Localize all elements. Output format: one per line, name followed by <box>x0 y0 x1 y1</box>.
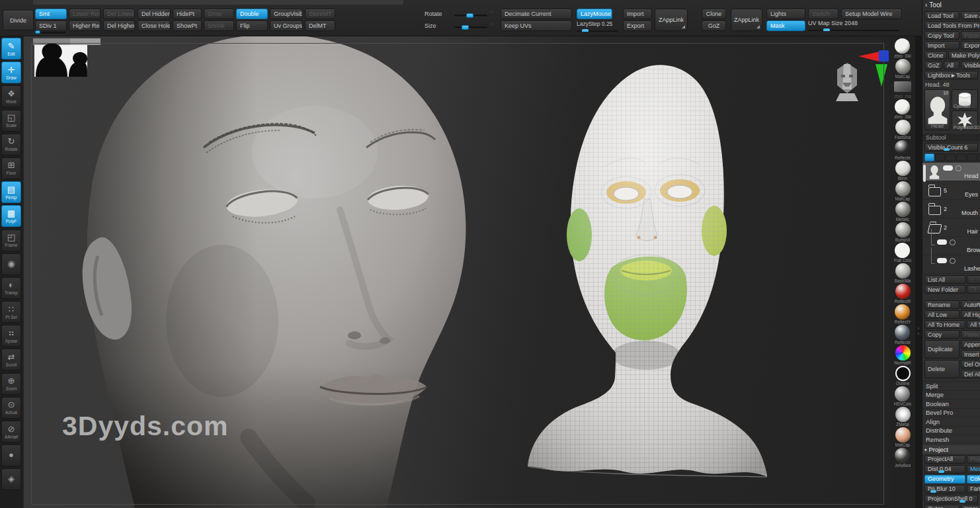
axis-gizmo[interactable] <box>858 50 889 87</box>
decimate-current-button[interactable]: Decimate Current <box>501 9 572 19</box>
camera-button[interactable]: ◉ <box>1 253 21 275</box>
clone-tool-button[interactable]: Clone <box>924 51 947 60</box>
del-hidden-button[interactable]: Del Hidden <box>138 9 171 19</box>
paste-tool-button[interactable]: Paste Tool <box>961 31 980 40</box>
section-merge[interactable]: Merge <box>922 390 980 400</box>
x-axis-arrow[interactable] <box>858 52 879 62</box>
save-as-button[interactable]: Save As <box>961 11 980 20</box>
export-tool-button[interactable]: Export <box>961 41 980 50</box>
all-low-button[interactable]: All Low <box>924 310 960 319</box>
material-swatch[interactable]: Metalic <box>895 202 911 222</box>
move-button[interactable]: ❖ Move <box>1 85 21 107</box>
lightbox-tools-button[interactable]: Lightbox►Tools <box>924 71 978 79</box>
material-swatch[interactable]: Reflecte <box>895 140 911 160</box>
duplicate-button[interactable]: Duplicate <box>924 340 960 359</box>
keep-uvs-button[interactable]: Keep UVs <box>501 21 572 31</box>
tool-thumb-polymesh[interactable]: PolyMesh3D <box>952 110 978 130</box>
new-folder-icon-button[interactable]: ❐ <box>967 285 980 294</box>
autorename-button[interactable]: AutoRename <box>961 300 980 309</box>
lazystep-slider[interactable]: LazyStep 0.25 <box>577 21 620 32</box>
material-swatch[interactable]: Reflecte <box>895 325 911 345</box>
sdiv-knob[interactable] <box>35 30 40 34</box>
polyframe-button[interactable]: ▦ PolyF <box>1 205 21 227</box>
copy-subtool-button[interactable]: Copy <box>924 330 960 339</box>
farthest-button[interactable]: Farthest <box>967 485 980 493</box>
camview-gizmo[interactable] <box>836 63 858 101</box>
move-up-button[interactable]: ↑ <box>967 275 980 284</box>
tool-thumb-cylinder[interactable]: Cylinder <box>952 89 978 109</box>
divide-button[interactable]: Divide <box>3 10 34 30</box>
subtool-version-tab[interactable] <box>946 153 956 161</box>
material-swatch[interactable]: ZMetal <box>895 407 911 427</box>
hidept-button[interactable]: HidePt <box>173 9 202 19</box>
section-boolean[interactable]: Boolean <box>922 399 980 408</box>
size-knob[interactable] <box>462 25 469 30</box>
delete-button[interactable]: Delete <box>924 360 960 378</box>
zapplink-button-2[interactable]: ZAppLink <box>731 9 762 31</box>
section-align[interactable]: Align <box>922 417 980 426</box>
lower-res-button[interactable]: Lower Res <box>69 9 101 19</box>
lazymouse-button[interactable]: LazyMouse <box>577 9 612 19</box>
transparency-button[interactable]: ◐ Transp <box>1 277 21 299</box>
all-high-button[interactable]: All High <box>961 310 980 319</box>
geometry-button[interactable]: Geometry <box>924 475 965 484</box>
size-track[interactable] <box>454 26 487 28</box>
eye-toggle-icon[interactable] <box>950 258 956 264</box>
mean-button[interactable]: Mean <box>967 465 980 474</box>
shrink-button[interactable]: Shrink <box>204 21 234 31</box>
uv-map-size-slider[interactable]: UV Map Size 2048 <box>808 20 902 31</box>
inner-button[interactable]: Inner <box>961 505 980 508</box>
viewport-canvas[interactable]: 3Dyyds.com <box>24 36 889 508</box>
subtool-item-eyes[interactable]: 5 Eyes <box>922 181 980 200</box>
material-swatch[interactable]: Blinn <box>895 161 911 181</box>
subtool-version-tab[interactable] <box>924 153 934 161</box>
higher-res-button[interactable]: Higher Res <box>69 21 101 31</box>
subtool-version-tab[interactable] <box>967 153 977 161</box>
projection-shell-slider[interactable]: ProjectionShell 0 <box>924 495 978 503</box>
material-swatch[interactable]: BasicMa <box>895 263 911 283</box>
goz-button[interactable]: GoZ <box>702 21 726 31</box>
edit-button[interactable]: ✎ Edit <box>1 38 21 60</box>
material-swatch[interactable]: Flat Colo <box>894 243 911 263</box>
subtool-item-mouth[interactable]: 2 Mouth <box>922 200 980 218</box>
z-axis-dot[interactable] <box>879 50 889 62</box>
subtool-version-tab[interactable] <box>956 153 966 161</box>
rename-button[interactable]: Rename <box>924 300 960 309</box>
dist-slider[interactable]: Dist 0.04 <box>924 465 965 474</box>
scale-button[interactable]: ◱ Scale <box>1 110 21 132</box>
material-swatch[interactable]: NormalR <box>894 345 911 365</box>
clone-button[interactable]: Clone <box>702 9 726 19</box>
gyro-button[interactable]: ◈ <box>1 468 21 490</box>
eye-toggle-icon[interactable] <box>956 165 961 171</box>
paste-subtool-button[interactable]: Paste <box>961 330 980 339</box>
zapplink-button[interactable]: ZAppLink <box>655 9 688 31</box>
frame-button[interactable]: ◰ Frame <box>1 230 21 251</box>
switch-button[interactable]: Switch <box>808 9 838 19</box>
groupvisible-button[interactable]: GroupVisible <box>270 9 303 19</box>
flip-button[interactable]: Flip <box>236 21 268 31</box>
section-project[interactable]: ▪ Project <box>922 445 980 454</box>
visibility-toggle-icon[interactable] <box>937 239 947 245</box>
list-all-button[interactable]: List All <box>924 275 965 284</box>
make-polymesh-button[interactable]: Make PolyMesh3D <box>948 51 980 60</box>
rotate-button[interactable]: ↻ Rotate <box>1 134 21 155</box>
section-distribute[interactable]: Distribute <box>922 426 980 435</box>
del-lower-button[interactable]: Del Lower <box>103 9 135 19</box>
storemt-button[interactable]: StoreMT <box>305 9 335 19</box>
y-axis-arrow[interactable] <box>876 64 887 87</box>
copy-tool-button[interactable]: Copy Tool <box>924 31 960 40</box>
double-button[interactable]: Double <box>236 9 268 19</box>
floor-button[interactable]: ⊞ Floor <box>1 157 21 179</box>
xpose-button[interactable]: ⠶ Xpose <box>1 325 21 347</box>
project-dim-button[interactable]: Project <box>967 455 980 464</box>
perspective-button[interactable]: ▤ Persp <box>1 181 21 203</box>
pa-blur-slider[interactable]: PA Blur 10 <box>924 485 965 493</box>
del-all-button[interactable]: Del All <box>961 370 980 378</box>
new-folder-button[interactable]: New Folder <box>924 285 965 294</box>
all-to-button[interactable]: All To <box>967 320 980 329</box>
tool-thumb-head[interactable]: 10 Head <box>924 89 950 130</box>
subtool-item-lashes[interactable]: Lashes <box>922 255 980 274</box>
panel-divider[interactable]: › ‹ <box>915 36 922 508</box>
eye-toggle-icon[interactable] <box>950 239 956 245</box>
del-other-button[interactable]: Del Other <box>961 360 980 368</box>
